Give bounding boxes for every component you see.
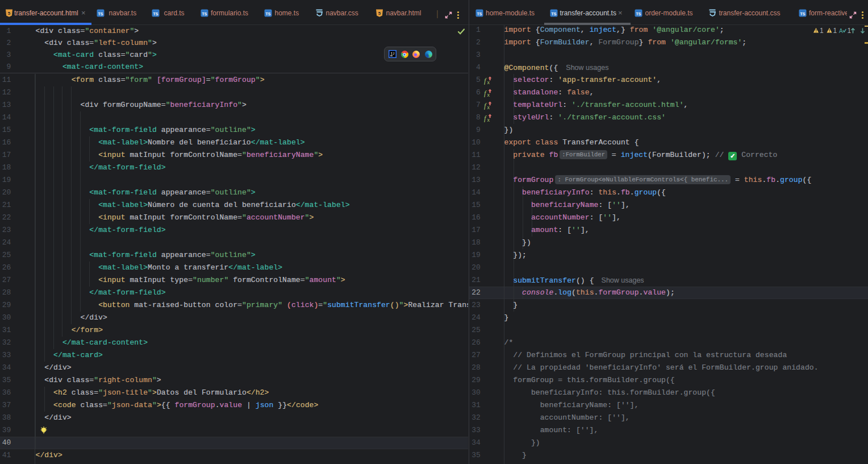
svg-text:TS: TS [800,11,805,15]
svg-text:TS: TS [552,11,557,15]
svg-text:5: 5 [378,11,381,16]
svg-text:TS: TS [636,11,641,15]
svg-text:TS: TS [266,11,271,15]
svg-text:TS: TS [98,11,103,15]
svg-text:TS: TS [202,11,207,15]
svg-text:x: x [487,92,490,97]
svg-text:A: A [839,28,843,34]
svg-text:x: x [487,80,490,85]
svg-text:IJ: IJ [390,52,394,56]
svg-text:x: x [487,117,490,122]
svg-text:TS: TS [153,11,158,15]
svg-text:x: x [487,105,490,110]
svg-text:TS: TS [477,11,482,15]
svg-text:5: 5 [7,11,10,16]
